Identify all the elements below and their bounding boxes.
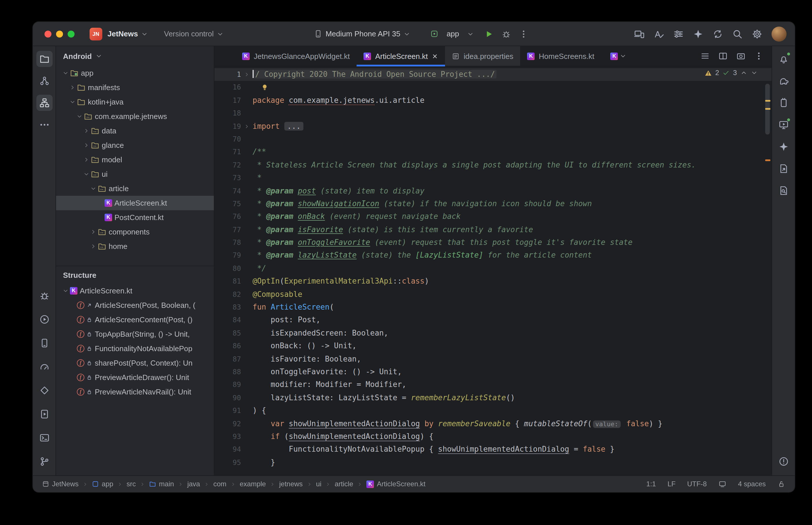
chevron-right-icon[interactable] <box>88 243 98 250</box>
code-editor[interactable]: 1/ Copyright 2020 The Android Open Sourc… <box>215 66 771 475</box>
logcat-tool-button[interactable] <box>36 288 52 304</box>
tree-item-articlescreencontent-post[interactable]: fArticleScreenContent(Post, () <box>56 313 214 327</box>
run-button[interactable] <box>485 29 494 39</box>
code-line-73[interactable]: 73 * <box>215 171 771 184</box>
code-line-77[interactable]: 77 * @param isFavorite (state) is this i… <box>215 223 771 236</box>
error-stripe-mark[interactable] <box>765 108 770 110</box>
device-explorer-tool-button[interactable] <box>36 335 52 351</box>
tree-item-postcontent-kt[interactable]: KPostContent.kt <box>56 210 214 225</box>
line-number[interactable]: 92 <box>215 417 241 430</box>
status-indent-style[interactable]: 4 spaces <box>738 480 766 488</box>
line-number[interactable]: 82 <box>215 288 241 301</box>
sync-project-button[interactable] <box>713 29 723 39</box>
tree-item-ui[interactable]: ui <box>56 167 214 181</box>
tree-item-home[interactable]: home <box>56 239 214 254</box>
tree-item-components[interactable]: components <box>56 225 214 239</box>
tree-item-model[interactable]: model <box>56 152 214 167</box>
line-number[interactable]: 19 <box>215 120 241 133</box>
tree-item-sharepost-post-context-un[interactable]: fsharePost(Post, Context): Un <box>56 356 214 370</box>
code-line-72[interactable]: 72 * Stateless Article Screen that displ… <box>215 159 771 171</box>
profiler-tool-button[interactable] <box>36 359 52 375</box>
breadcrumb-jetnews[interactable]: JetNews <box>42 480 78 488</box>
settings-button[interactable] <box>752 29 762 39</box>
code-line-81[interactable]: 81@OptIn(ExperimentalMaterial3Api::class… <box>215 275 771 288</box>
tree-item-previewarticlenavrail-unit[interactable]: fPreviewArticleNavRail(): Unit <box>56 385 214 399</box>
chevron-down-icon[interactable] <box>61 70 70 76</box>
chevron-right-icon[interactable] <box>82 127 91 134</box>
line-number[interactable]: 94 <box>215 443 241 456</box>
more-tool-windows-tool-button[interactable] <box>36 117 52 133</box>
tree-item-functionalitynotavailablepop[interactable]: fFunctionalityNotAvailablePop <box>56 341 214 356</box>
ai-assistant-button[interactable] <box>654 29 664 39</box>
code-line-84[interactable]: 84 post: Post, <box>215 314 771 327</box>
tree-item-glance[interactable]: glance <box>56 138 214 152</box>
app-inspection-tool-button[interactable] <box>36 382 52 399</box>
tree-item-article[interactable]: article <box>56 181 214 196</box>
intention-bulb-icon[interactable] <box>261 84 269 92</box>
notifications-tool-button[interactable] <box>775 51 792 67</box>
line-number[interactable]: 89 <box>215 379 241 392</box>
line-number[interactable]: 86 <box>215 340 241 352</box>
inspection-widget[interactable]: 2 3 <box>704 69 758 77</box>
tree-item-articlescreen-kt[interactable]: KArticleScreen.kt <box>56 196 214 210</box>
editor-tab-articlescreen-kt[interactable]: KArticleScreen.kt <box>357 46 445 66</box>
project-tool-button[interactable] <box>36 51 52 67</box>
chevron-down-icon[interactable] <box>82 171 91 177</box>
tree-item-data[interactable]: data <box>56 124 214 138</box>
tree-item-kotlin-java[interactable]: kotlin+java <box>56 95 214 109</box>
code-line-78[interactable]: 78 * @param onToggleFavorite (event) req… <box>215 236 771 249</box>
run-configuration-selector[interactable]: app <box>430 29 474 38</box>
close-window-button[interactable] <box>44 30 51 37</box>
code-line-71[interactable]: 71/** <box>215 146 771 159</box>
line-number[interactable]: 95 <box>215 456 241 469</box>
terminal-tool-button[interactable] <box>36 430 52 446</box>
line-number[interactable]: 75 <box>215 197 241 211</box>
screenshot-editor-button[interactable] <box>736 51 745 61</box>
status-write-access[interactable] <box>777 480 785 488</box>
code-line-16[interactable]: 16 <box>215 81 771 94</box>
chevron-down-icon[interactable] <box>88 185 98 192</box>
chevron-down-icon[interactable] <box>61 288 70 294</box>
chevron-down-icon[interactable] <box>75 113 84 120</box>
code-line-94[interactable]: 94 FunctionalityNotAvailablePopup { show… <box>215 443 771 456</box>
pull-requests-tool-button[interactable] <box>36 73 52 89</box>
code-line-87[interactable]: 87 isFavorite: Boolean, <box>215 352 771 365</box>
find-tool-button[interactable] <box>775 182 792 199</box>
user-avatar[interactable] <box>771 26 786 41</box>
breadcrumb-jetnews[interactable]: jetnews <box>279 480 302 488</box>
hidden-tabs-selector[interactable]: K <box>610 46 627 66</box>
code-line-18[interactable]: 18 <box>215 107 771 120</box>
tree-item-articlescreen-post-boolean[interactable]: fArticleScreen(Post, Boolean, ( <box>56 298 214 313</box>
search-everywhere-button[interactable] <box>732 29 743 39</box>
line-number[interactable]: 83 <box>215 301 241 314</box>
line-number[interactable]: 76 <box>215 211 241 224</box>
vcs-widget[interactable]: Version control <box>164 29 224 38</box>
device-mirroring-button[interactable] <box>634 29 645 39</box>
gradle-tool-button[interactable] <box>775 73 792 89</box>
device-selector[interactable]: Medium Phone API 35 <box>314 29 410 38</box>
version-control-tool-button[interactable] <box>36 453 52 469</box>
breadcrumb-articlescreen-kt[interactable]: KArticleScreen.kt <box>366 480 425 488</box>
breadcrumb-ui[interactable]: ui <box>316 480 322 488</box>
chevron-down-icon[interactable] <box>68 99 77 105</box>
status-caret-position[interactable]: 1:1 <box>646 480 656 488</box>
device-manager-tool-button[interactable] <box>775 95 792 111</box>
code-line-90[interactable]: 90 lazyListState: LazyListState = rememb… <box>215 392 771 405</box>
code-line-82[interactable]: 82@Composable <box>215 288 771 301</box>
tree-item-manifests[interactable]: manifests <box>56 80 214 95</box>
error-stripe-mark[interactable] <box>765 160 770 161</box>
running-devices-tool-button[interactable] <box>775 117 792 133</box>
status-highlighting-level[interactable] <box>718 480 726 488</box>
line-number[interactable]: 87 <box>215 352 241 365</box>
status-line-separator[interactable]: LF <box>667 480 676 488</box>
project-widget[interactable]: JetNews <box>102 29 148 38</box>
code-line-88[interactable]: 88 onToggleFavorite: () -> Unit, <box>215 365 771 379</box>
code-line-93[interactable]: 93 if (showUnimplementedActionDialog) { <box>215 430 771 443</box>
line-number[interactable]: 79 <box>215 249 241 262</box>
breadcrumb-src[interactable]: src <box>127 480 136 488</box>
project-view-selector[interactable]: Android <box>56 46 214 66</box>
code-line-75[interactable]: 75 * @param showNavigationIcon (state) i… <box>215 197 771 211</box>
minimize-window-button[interactable] <box>56 30 63 37</box>
chevron-right-icon[interactable] <box>82 142 91 148</box>
toolbar-options-button[interactable] <box>673 29 684 39</box>
